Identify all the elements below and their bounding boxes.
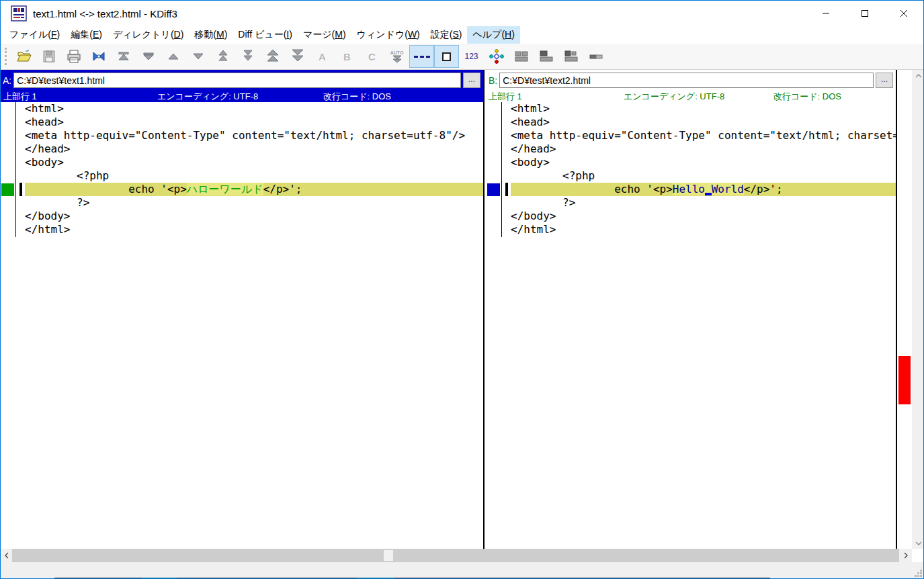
goto-last-delta-button[interactable] bbox=[136, 45, 161, 68]
menu-help[interactable]: ヘルプ(H) bbox=[467, 26, 519, 44]
scroll-left-button[interactable] bbox=[1, 549, 12, 562]
pane-b-code-area[interactable]: <html><head><meta http-equiv="Content-Ty… bbox=[487, 102, 896, 549]
window-split-ab-icon bbox=[513, 48, 530, 64]
kdiff3-app-icon bbox=[11, 5, 27, 21]
whitespace-dashes-icon bbox=[414, 56, 430, 58]
prev-conflict-button[interactable] bbox=[210, 45, 235, 68]
save-button[interactable] bbox=[36, 45, 61, 68]
scroll-right-button[interactable] bbox=[899, 549, 912, 562]
pane-b-info-row: 上部行 1 エンコーディング: UTF-8 改行コード: DOS bbox=[487, 90, 896, 102]
scroll-down-button[interactable] bbox=[912, 537, 924, 549]
menu-bar: ファイル(F)編集(E)ディレクトリ(D)移動(M)Diff ビュー(I)マージ… bbox=[1, 26, 923, 44]
pane-b-file-row: B: ... bbox=[487, 70, 896, 90]
horizontal-scroll-thumb[interactable] bbox=[384, 550, 393, 561]
kdiff3-window: { "window": { "title": "text1.html <-> t… bbox=[0, 0, 924, 579]
reload-diff-button[interactable] bbox=[86, 45, 111, 68]
next-conflict-button[interactable] bbox=[235, 45, 260, 68]
next-delta-button[interactable] bbox=[185, 45, 210, 68]
overview-diff-block[interactable] bbox=[898, 356, 911, 404]
auto-advance-button[interactable]: AUTO bbox=[384, 45, 409, 68]
pane-b-encoding: エンコーディング: UTF-8 bbox=[624, 91, 724, 103]
menu-movement[interactable]: 移動(M) bbox=[189, 26, 233, 44]
large-double-triangle-up-icon bbox=[265, 48, 281, 64]
window-split-focus-a-icon bbox=[538, 48, 554, 64]
close-button[interactable] bbox=[884, 1, 923, 26]
select-line-a-button[interactable]: A bbox=[310, 45, 335, 68]
code-lines-a: <html><head><meta http-equiv="Content-Ty… bbox=[25, 102, 483, 236]
select-a-label: A bbox=[319, 51, 326, 62]
chevron-up-icon bbox=[915, 74, 922, 78]
pane-b: B: ... 上部行 1 エンコーディング: UTF-8 改行コード: DOS … bbox=[487, 70, 897, 549]
menu-diffview[interactable]: Diff ビュー(I) bbox=[233, 26, 298, 44]
goto-first-delta-button[interactable] bbox=[111, 45, 136, 68]
print-button[interactable] bbox=[61, 45, 86, 68]
white-square-icon bbox=[442, 52, 451, 61]
menu-merge[interactable]: マージ(M) bbox=[298, 26, 351, 44]
minimize-button[interactable] bbox=[806, 1, 845, 26]
select-b-label: B bbox=[343, 51, 351, 62]
chevron-down-icon bbox=[915, 541, 922, 545]
line-numbers-label: 123 bbox=[464, 52, 478, 61]
code-line: <?php bbox=[25, 169, 483, 183]
window-controls bbox=[806, 1, 923, 26]
pane-a-info-row: 上部行 1 エンコーディング: UTF-8 改行コード: DOS bbox=[1, 90, 483, 102]
pane-a-path-input[interactable] bbox=[13, 73, 461, 88]
code-line: </body> bbox=[511, 210, 896, 223]
code-line: </html> bbox=[25, 223, 483, 236]
scroll-up-button[interactable] bbox=[912, 70, 924, 81]
pane-a-line-end: 改行コード: DOS bbox=[323, 91, 391, 103]
toolbar: A B C AUTO 123 bbox=[1, 44, 923, 70]
word-wrap-button[interactable] bbox=[583, 45, 608, 68]
show-whitespace-chars-button[interactable] bbox=[434, 45, 459, 68]
reload-diff-icon bbox=[91, 48, 107, 64]
menu-file[interactable]: ファイル(F) bbox=[4, 26, 65, 44]
prev-delta-button[interactable] bbox=[161, 45, 185, 68]
word-wrap-icon bbox=[588, 48, 604, 64]
diff-overview-column[interactable] bbox=[898, 70, 911, 549]
split-view-focus-a-button[interactable] bbox=[534, 45, 558, 68]
horizontal-scrollbar[interactable] bbox=[1, 549, 912, 562]
pane-b-header: B: ... 上部行 1 エンコーディング: UTF-8 改行コード: DOS bbox=[487, 70, 896, 102]
show-whitespace-button[interactable] bbox=[409, 45, 434, 68]
code-line: ?> bbox=[511, 196, 896, 210]
close-icon bbox=[900, 9, 908, 17]
select-line-b-button[interactable]: B bbox=[335, 45, 360, 68]
pane-b-path-input[interactable] bbox=[499, 73, 874, 88]
pane-a-margin-line bbox=[15, 102, 16, 237]
menu-window[interactable]: ウィンドウ(W) bbox=[351, 26, 425, 44]
pane-b-cursor bbox=[505, 183, 508, 196]
pane-a-code-area[interactable]: <html><head><meta http-equiv="Content-Ty… bbox=[1, 102, 483, 549]
pane-b-browse-button[interactable]: ... bbox=[876, 73, 893, 88]
pane-a-cursor bbox=[19, 183, 22, 196]
pane-a-browse-button[interactable]: ... bbox=[463, 73, 480, 88]
code-line: <head> bbox=[511, 116, 896, 129]
double-triangle-down-icon bbox=[240, 48, 256, 64]
menu-directory[interactable]: ディレクトリ(D) bbox=[108, 26, 189, 44]
select-c-label: C bbox=[368, 51, 376, 62]
menu-settings[interactable]: 設定(S) bbox=[425, 26, 468, 44]
prev-unsolved-conflict-button[interactable] bbox=[260, 45, 285, 68]
open-button[interactable] bbox=[11, 45, 36, 68]
vertical-scrollbar[interactable] bbox=[912, 70, 924, 549]
next-unsolved-conflict-button[interactable] bbox=[285, 45, 310, 68]
toolbar-grip[interactable] bbox=[5, 48, 9, 65]
select-line-c-button[interactable]: C bbox=[360, 45, 384, 68]
folder-open-icon bbox=[16, 48, 32, 64]
pane-a-header: A: ... 上部行 1 エンコーディング: UTF-8 改行コード: DOS bbox=[1, 70, 483, 102]
split-view-focus-b-button[interactable] bbox=[558, 45, 583, 68]
menu-edit[interactable]: 編集(E) bbox=[65, 26, 108, 44]
code-line: <meta http-equiv="Content-Type" content=… bbox=[25, 129, 483, 142]
show-line-numbers-button[interactable]: 123 bbox=[459, 45, 484, 68]
minimize-icon bbox=[822, 9, 830, 17]
window-title: text1.html <-> text2.html - KDiff3 bbox=[33, 8, 177, 19]
overview-mode-button[interactable] bbox=[484, 45, 509, 68]
horizontal-scroll-track[interactable] bbox=[12, 549, 899, 562]
title-bar: text1.html <-> text2.html - KDiff3 bbox=[1, 1, 923, 26]
maximize-button[interactable] bbox=[845, 1, 884, 26]
resize-grip[interactable] bbox=[914, 569, 923, 578]
split-view-ab-button[interactable] bbox=[509, 45, 534, 68]
code-line: <?php bbox=[511, 169, 896, 183]
code-line: <meta http-equiv="Content-Type" content=… bbox=[511, 129, 896, 142]
triangle-up-bar-icon bbox=[116, 48, 132, 64]
pane-b-diff-marker bbox=[487, 183, 500, 196]
